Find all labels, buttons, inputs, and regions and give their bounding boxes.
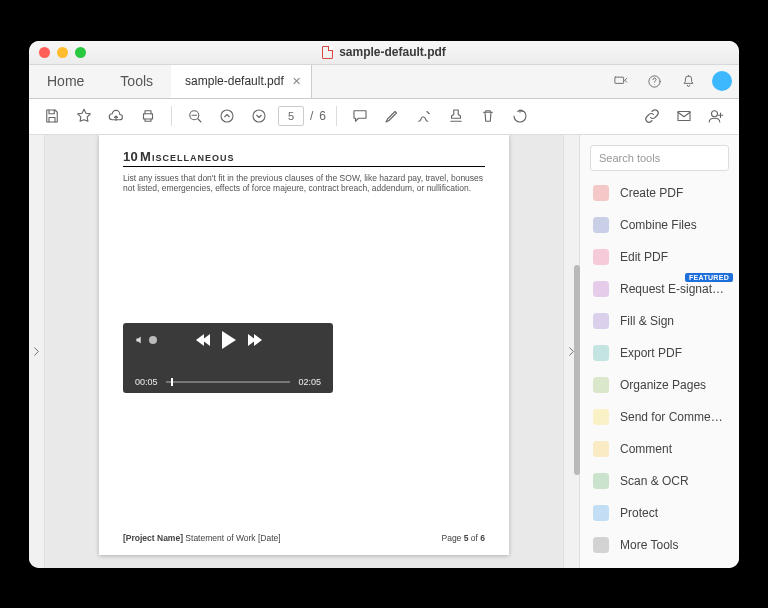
tool-create-pdf[interactable]: Create PDF — [580, 177, 739, 209]
tool-label: Request E-signat… — [620, 282, 724, 296]
tool-organize-pages[interactable]: Organize Pages — [580, 369, 739, 401]
page-footer: [Project Name] Statement of Work [Date] … — [123, 533, 485, 543]
tool-label: Fill & Sign — [620, 314, 674, 328]
svg-rect-3 — [144, 114, 153, 119]
tool-scan-ocr[interactable]: Scan & OCR — [580, 465, 739, 497]
rotate-icon[interactable] — [507, 103, 533, 129]
tool-label: Edit PDF — [620, 250, 668, 264]
tool-more-tools[interactable]: More Tools — [580, 529, 739, 561]
tool-combine-files[interactable]: Combine Files — [580, 209, 739, 241]
tool-icon — [592, 184, 610, 202]
pdf-file-icon — [322, 46, 333, 59]
tool-request-e-signat[interactable]: Request E-signat…FEATURED — [580, 273, 739, 305]
tool-icon — [592, 376, 610, 394]
notifications-icon[interactable] — [671, 65, 705, 98]
volume-control[interactable] — [135, 335, 157, 345]
tool-edit-pdf[interactable]: Edit PDF — [580, 241, 739, 273]
tool-protect[interactable]: Protect — [580, 497, 739, 529]
tool-export-pdf[interactable]: Export PDF — [580, 337, 739, 369]
tool-label: Comment — [620, 442, 672, 456]
tool-icon — [592, 216, 610, 234]
zoom-out-icon[interactable] — [182, 103, 208, 129]
print-icon[interactable] — [135, 103, 161, 129]
svg-point-5 — [221, 110, 233, 122]
tool-label: Combine Files — [620, 218, 697, 232]
seek-bar[interactable]: 00:05 02:05 — [135, 377, 321, 387]
main-body: 10Miscellaneous List any issues that don… — [29, 135, 739, 568]
time-total: 02:05 — [298, 377, 321, 387]
tool-icon — [592, 536, 610, 554]
tool-label: More Tools — [620, 538, 678, 552]
featured-badge: FEATURED — [685, 273, 733, 282]
search-tools-input[interactable]: Search tools — [590, 145, 729, 171]
tool-icon — [592, 248, 610, 266]
tool-label: Create PDF — [620, 186, 683, 200]
highlight-icon[interactable] — [379, 103, 405, 129]
tool-label: Send for Comme… — [620, 410, 723, 424]
account-avatar[interactable] — [705, 65, 739, 98]
stamp-icon[interactable] — [443, 103, 469, 129]
draw-icon[interactable] — [411, 103, 437, 129]
comment-bubble-icon[interactable] — [347, 103, 373, 129]
titlebar: sample-default.pdf — [29, 41, 739, 65]
close-window-button[interactable] — [39, 47, 50, 58]
tool-icon — [592, 312, 610, 330]
tool-fill-sign[interactable]: Fill & Sign — [580, 305, 739, 337]
star-icon[interactable] — [71, 103, 97, 129]
cloud-upload-icon[interactable] — [103, 103, 129, 129]
pdf-page: 10Miscellaneous List any issues that don… — [99, 135, 509, 555]
tool-icon — [592, 280, 610, 298]
tool-label: Organize Pages — [620, 378, 706, 392]
svg-point-8 — [712, 111, 718, 117]
volume-icon — [135, 335, 145, 345]
window-controls — [39, 47, 86, 58]
app-window: sample-default.pdf Home Tools sample-def… — [29, 41, 739, 568]
page-up-icon[interactable] — [214, 103, 240, 129]
email-icon[interactable] — [671, 103, 697, 129]
page-number-input[interactable]: 5 — [278, 106, 304, 126]
maximize-window-button[interactable] — [75, 47, 86, 58]
tool-icon — [592, 472, 610, 490]
tools-panel: Search tools Create PDFCombine FilesEdit… — [579, 135, 739, 568]
audio-player[interactable]: 00:05 02:05 — [123, 323, 333, 393]
close-tab-icon[interactable]: ✕ — [292, 75, 301, 88]
tool-send-for-comme[interactable]: Send for Comme… — [580, 401, 739, 433]
window-title: sample-default.pdf — [339, 45, 446, 59]
tab-home[interactable]: Home — [29, 65, 102, 98]
tool-label: Scan & OCR — [620, 474, 689, 488]
minimize-window-button[interactable] — [57, 47, 68, 58]
toolbar: 5 / 6 — [29, 99, 739, 135]
section-body-text: List any issues that don't fit in the pr… — [123, 173, 485, 313]
tool-icon — [592, 344, 610, 362]
rewind-button[interactable] — [196, 334, 208, 346]
document-viewport[interactable]: 10Miscellaneous List any issues that don… — [45, 135, 563, 568]
tool-icon — [592, 504, 610, 522]
page-down-icon[interactable] — [246, 103, 272, 129]
share-device-icon[interactable] — [603, 65, 637, 98]
play-button[interactable] — [222, 331, 236, 349]
tool-comment[interactable]: Comment — [580, 433, 739, 465]
tool-icon — [592, 440, 610, 458]
account-add-icon[interactable] — [703, 103, 729, 129]
save-icon[interactable] — [39, 103, 65, 129]
page-total: 6 — [319, 109, 326, 123]
svg-rect-7 — [678, 112, 690, 121]
tool-label: Protect — [620, 506, 658, 520]
svg-point-2 — [654, 84, 655, 85]
section-heading: 10Miscellaneous — [123, 149, 485, 167]
tab-document-label: sample-default.pdf — [185, 74, 284, 88]
svg-point-6 — [253, 110, 265, 122]
tool-label: Export PDF — [620, 346, 682, 360]
link-icon[interactable] — [639, 103, 665, 129]
left-panel-toggle[interactable] — [29, 135, 45, 568]
tab-document[interactable]: sample-default.pdf ✕ — [171, 64, 312, 98]
time-elapsed: 00:05 — [135, 377, 158, 387]
forward-button[interactable] — [250, 334, 262, 346]
tab-tools[interactable]: Tools — [102, 65, 171, 98]
tool-icon — [592, 408, 610, 426]
tab-bar: Home Tools sample-default.pdf ✕ — [29, 65, 739, 99]
page-separator: / — [310, 109, 313, 123]
svg-rect-0 — [614, 77, 623, 83]
help-icon[interactable] — [637, 65, 671, 98]
delete-icon[interactable] — [475, 103, 501, 129]
